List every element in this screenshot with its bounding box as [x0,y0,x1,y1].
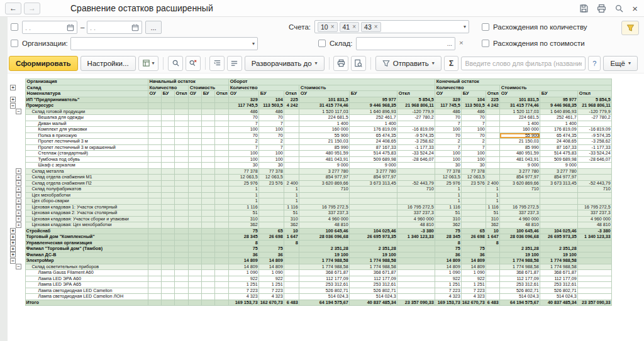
cell-turnover[interactable] [284,246,299,252]
cell-turnover[interactable]: 25 976 [228,180,258,187]
cell-final[interactable]: 70 [435,115,461,121]
expand-icon[interactable]: + [16,168,21,174]
cell-initial[interactable] [174,192,188,198]
cell-initial[interactable] [214,246,228,252]
cell-initial[interactable] [188,187,201,193]
cell-final[interactable]: 3 673 313,45 [540,180,577,187]
cell-final[interactable] [461,198,486,205]
cell-initial[interactable] [214,163,228,169]
cell-initial[interactable] [201,264,214,270]
cell-final[interactable]: 21 968 806,11 [577,103,611,109]
cell-initial[interactable] [161,187,174,193]
cell-turnover[interactable]: 4 960 000 [397,216,435,222]
cell-final[interactable] [577,168,611,175]
header-unit[interactable]: БУ [540,91,577,97]
cell-final[interactable]: 4 960 000 [499,216,540,222]
cell-initial[interactable] [174,121,188,127]
cell-turnover[interactable]: 1 [228,198,258,205]
cell-initial[interactable] [174,282,188,288]
cell-turnover[interactable]: 2 400 [284,180,299,187]
header-section[interactable]: Оборот [228,79,435,85]
cell-final[interactable]: 162 670,73 [461,300,486,306]
cell-turnover[interactable] [299,240,349,246]
row-label[interactable]: Склад отдела снабжения М1 [25,175,148,181]
cell-initial[interactable] [161,216,174,222]
cell-turnover[interactable] [349,210,397,217]
cell-initial[interactable] [148,288,161,294]
cell-final[interactable]: 3 277 780 [540,168,577,175]
cell-turnover[interactable]: 176 819,09 [349,127,397,133]
cell-turnover[interactable]: 481 043,91 [299,156,349,163]
cell-initial[interactable] [188,294,201,300]
report-variants-button[interactable]: ▾ [138,56,159,71]
cancel-find-button[interactable] [186,56,201,71]
cell-initial[interactable] [214,294,228,300]
cell-final[interactable]: 100 [461,127,486,133]
period-more-button[interactable]: ... [145,21,162,34]
cell-turnover[interactable]: 4 323 [228,294,258,300]
row-expander-cell[interactable]: + [9,234,25,241]
cell-turnover[interactable]: 310 [228,216,258,222]
expand-icon[interactable]: + [10,246,16,252]
cell-final[interactable]: 337 237,3 [499,210,540,217]
cell-initial[interactable] [174,252,188,258]
cell-turnover[interactable]: 64 194 575,67 [299,300,349,306]
cell-initial[interactable] [201,270,214,276]
cell-turnover[interactable] [397,121,435,127]
row-expander-cell[interactable]: + [9,228,25,234]
row-expander-cell[interactable]: + [9,252,25,258]
cell-initial[interactable] [148,276,161,282]
cell-turnover[interactable] [284,139,299,145]
cell-initial[interactable] [201,156,214,163]
row-label[interactable]: Стройснаб [25,228,148,234]
cell-final[interactable]: 21 150,03 [499,139,540,145]
remove-tag-icon[interactable]: × [331,23,335,30]
cell-final[interactable] [540,210,577,217]
cell-final[interactable]: 1 340 123,33 [577,234,611,241]
cell-turnover[interactable]: 1 090 [228,270,258,276]
cell-final[interactable]: 1 [486,192,499,198]
cell-turnover[interactable]: 160 000 [299,127,349,133]
cell-initial[interactable] [201,294,214,300]
cell-initial[interactable] [201,246,214,252]
cell-turnover[interactable] [284,270,299,276]
cell-initial[interactable] [188,210,201,217]
expand-to-button[interactable]: Разворачивать до▾ [245,56,325,71]
cell-turnover[interactable]: 23 357 090,33 [397,300,435,306]
cell-initial[interactable] [201,204,214,210]
expand-icon[interactable]: + [16,198,21,204]
cell-turnover[interactable]: 854 977,97 [349,175,397,181]
cell-final[interactable]: 1 400 [499,121,540,127]
cell-initial[interactable] [188,144,201,151]
cell-turnover[interactable] [284,115,299,121]
period-to-input[interactable]: . . [87,21,142,34]
cell-final[interactable] [577,270,611,276]
cell-final[interactable]: 100 [461,156,486,163]
cell-final[interactable]: 23 357 090,33 [577,300,611,306]
cell-turnover[interactable]: 10 [284,228,299,234]
cell-final[interactable]: 329 [435,97,461,103]
cell-initial[interactable] [201,282,214,288]
cell-turnover[interactable]: 28 036 096,68 [299,234,349,241]
cell-final[interactable]: 1 116 [435,204,461,210]
cell-final[interactable]: 25 976 [435,180,461,187]
cell-initial[interactable] [201,288,214,294]
cell-initial[interactable] [174,270,188,276]
cell-final[interactable]: 36 [461,252,486,258]
cell-initial[interactable] [214,264,228,270]
cell-final[interactable]: 310 [486,216,499,222]
cell-turnover[interactable]: 8 [284,240,299,246]
header-unit[interactable]: ОУ [228,91,258,97]
expand-icon[interactable]: + [16,192,21,198]
cell-final[interactable]: 4 242 [486,103,499,109]
cell-initial[interactable] [188,222,201,229]
cell-turnover[interactable]: 362 [228,222,258,229]
cell-initial[interactable] [161,151,174,157]
cell-turnover[interactable]: 486 [258,109,284,115]
row-label[interactable]: Лампа светодиодная LED Camelion ЛОН [25,294,148,300]
row-label[interactable]: Склад полуфабрикатов [25,187,148,193]
cell-final[interactable]: 710 [577,187,611,193]
cell-initial[interactable] [161,168,174,175]
cell-initial[interactable] [188,192,201,198]
cell-initial[interactable] [174,258,188,264]
